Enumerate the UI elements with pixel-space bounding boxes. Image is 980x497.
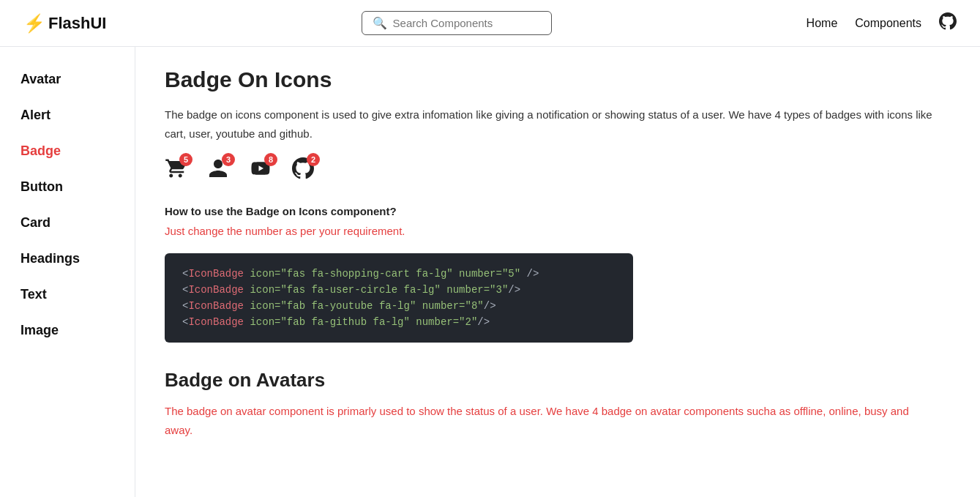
how-to-desc-end: as per your requirement. <box>283 225 405 237</box>
nav: Home Components <box>807 12 957 34</box>
logo-bolt-icon: ⚡ <box>23 13 45 34</box>
youtube-badge-count: 8 <box>264 153 277 166</box>
sidebar-item-card[interactable]: Card <box>20 205 135 241</box>
logo[interactable]: ⚡ FlashUI <box>23 13 106 34</box>
search-icon: 🔍 <box>373 16 387 30</box>
github-icon[interactable] <box>939 12 957 34</box>
code-tag-close-4: /> <box>477 316 490 328</box>
badge-user-icon: 3 <box>207 157 229 184</box>
code-tag-close-2: /> <box>508 284 520 296</box>
code-attr-1: icon="fas fa-shopping-cart fa-lg" number… <box>250 268 520 280</box>
sidebar-item-badge[interactable]: Badge <box>20 133 135 169</box>
avatar-desc-highlight: show the status of a user <box>419 405 540 417</box>
user-badge-count: 3 <box>222 153 235 166</box>
sidebar-item-alert[interactable]: Alert <box>20 97 135 133</box>
code-component-1: IconBadge <box>188 268 244 280</box>
nav-home[interactable]: Home <box>807 17 838 30</box>
badge-cart-icon: 5 <box>165 157 187 184</box>
badge-on-avatars-description: The badge on avatar component is primarl… <box>165 402 933 439</box>
sidebar-item-avatar[interactable]: Avatar <box>20 61 135 97</box>
code-block: <IconBadge icon="fas fa-shopping-cart fa… <box>165 253 633 343</box>
code-attr-4: icon="fab fa-github fa-lg" number="2" <box>250 316 477 328</box>
code-component-4: IconBadge <box>188 316 244 328</box>
cart-badge-count: 5 <box>179 153 192 166</box>
code-tag-close-1: /> <box>520 268 539 280</box>
how-to-use-title: How to use the Badge on Icons component? <box>165 205 945 217</box>
sidebar-item-button[interactable]: Button <box>20 169 135 205</box>
sidebar-item-image[interactable]: Image <box>20 313 135 348</box>
code-component-2: IconBadge <box>188 284 244 296</box>
sidebar-item-headings[interactable]: Headings <box>20 241 135 277</box>
code-line-2: <IconBadge icon="fas fa-user-circle fa-l… <box>182 284 616 296</box>
how-to-use-desc: Just change the number as per your requi… <box>165 225 945 237</box>
code-line-4: <IconBadge icon="fab fa-github fa-lg" nu… <box>182 316 616 328</box>
sidebar-item-text[interactable]: Text <box>20 277 135 313</box>
logo-text: FlashUI <box>48 14 106 33</box>
code-line-3: <IconBadge icon="fab fa-youtube fa-lg" n… <box>182 300 616 312</box>
how-to-desc-highlight: number <box>245 225 283 237</box>
badge-on-icons-title: Badge On Icons <box>165 67 945 92</box>
how-to-desc-start: Just change the <box>165 225 245 237</box>
code-attr-3: icon="fab fa-youtube fa-lg" number="8" <box>250 300 483 312</box>
github-badge-count: 2 <box>307 153 320 166</box>
code-tag-close-3: /> <box>484 300 496 312</box>
badge-icons-row: 5 3 8 <box>165 157 945 184</box>
layout: Avatar Alert Badge Button Card Headings … <box>0 47 980 497</box>
badge-on-avatars-title: Badge on Avatars <box>165 369 945 392</box>
code-component-3: IconBadge <box>188 300 244 312</box>
nav-components[interactable]: Components <box>855 17 921 30</box>
main-content: Badge On Icons The badge on icons compon… <box>135 47 980 497</box>
search-bar[interactable]: 🔍 <box>362 11 552 35</box>
code-line-1: <IconBadge icon="fas fa-shopping-cart fa… <box>182 268 616 280</box>
badge-on-icons-description: The badge on icons component is used to … <box>165 105 933 143</box>
badge-github-icon: 2 <box>292 157 314 184</box>
code-attr-2: icon="fas fa-user-circle fa-lg" number="… <box>250 284 508 296</box>
badge-youtube-icon: 8 <box>250 157 272 184</box>
sidebar: Avatar Alert Badge Button Card Headings … <box>0 47 135 497</box>
avatar-desc-start: The badge on avatar component is primarl… <box>165 405 419 417</box>
header: ⚡ FlashUI 🔍 Home Components <box>0 0 980 47</box>
search-input[interactable] <box>393 17 541 29</box>
